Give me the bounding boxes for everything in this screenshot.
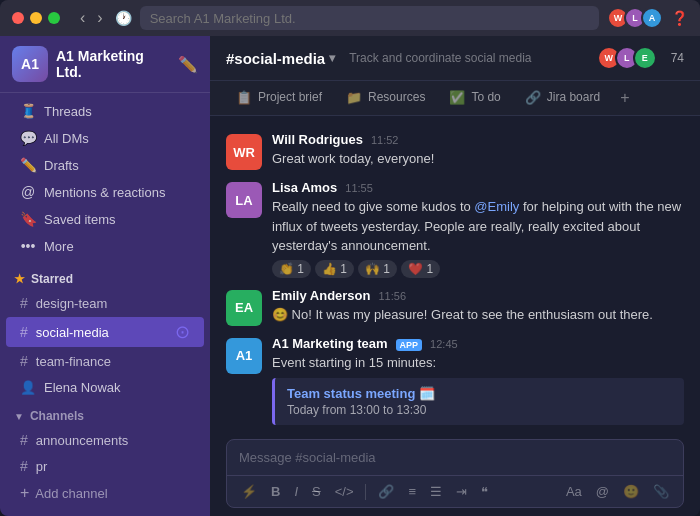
- sidebar-item-more[interactable]: ••• More: [6, 233, 204, 259]
- a1-author: A1 Marketing team: [272, 336, 388, 351]
- minimize-button[interactable]: [30, 12, 42, 24]
- tab-todo[interactable]: ✅ To do: [439, 82, 510, 115]
- close-button[interactable]: [12, 12, 24, 24]
- bold-button[interactable]: B: [267, 482, 284, 501]
- blockquote-button[interactable]: ❝: [477, 482, 492, 501]
- chat-tabs: 📋 Project brief 📁 Resources ✅ To do 🔗 Ji…: [210, 81, 700, 116]
- elena-name-label: Elena Nowak: [44, 380, 121, 395]
- channel-name: #social-media: [226, 50, 325, 67]
- emily-msg-avatar: EA: [226, 290, 262, 326]
- channel-announcements[interactable]: # announcements: [6, 428, 204, 452]
- message-will: WR Will Rodrigues 11:52 Great work today…: [226, 128, 684, 174]
- channel-description: Track and coordinate social media: [349, 51, 531, 65]
- tab-todo-label: To do: [471, 90, 500, 104]
- channel-pr-label: pr: [36, 459, 48, 474]
- attachment-button[interactable]: 📎: [649, 482, 673, 501]
- workspace-name: A1 Marketing Ltd.: [56, 48, 170, 80]
- sidebar-item-saved[interactable]: 🔖 Saved items: [6, 206, 204, 232]
- help-button[interactable]: ❓: [671, 10, 688, 26]
- channel-design-team[interactable]: # design-team: [6, 291, 204, 315]
- will-time: 11:52: [371, 134, 399, 146]
- nav-section: 🧵 Threads 💬 All DMs ✏️ Drafts @ Mentions…: [0, 93, 210, 264]
- main-layout: A1 A1 Marketing Ltd. ✏️ 🧵 Threads 💬 All …: [0, 36, 700, 516]
- unordered-list-button[interactable]: ☰: [426, 482, 446, 501]
- reaction-heart[interactable]: ❤️ 1: [401, 260, 440, 278]
- avatar-3: A: [641, 7, 663, 29]
- sidebar-item-threads[interactable]: 🧵 Threads: [6, 98, 204, 124]
- indent-button[interactable]: ⇥: [452, 482, 471, 501]
- channel-team-finance[interactable]: # team-finance: [6, 349, 204, 373]
- channel-pr[interactable]: # pr: [6, 454, 204, 478]
- toolbar-divider-1: [365, 484, 366, 500]
- messages-list: WR Will Rodrigues 11:52 Great work today…: [210, 116, 700, 429]
- todo-icon: ✅: [449, 90, 465, 105]
- at-mention-button[interactable]: @: [592, 482, 613, 501]
- italic-button[interactable]: I: [290, 482, 302, 501]
- code-button[interactable]: </>: [331, 482, 358, 501]
- emily-author: Emily Anderson: [272, 288, 370, 303]
- sidebar-item-all-dms[interactable]: 💬 All DMs: [6, 125, 204, 151]
- tab-project-brief[interactable]: 📋 Project brief: [226, 82, 332, 115]
- sidebar-item-more-label: More: [44, 239, 74, 254]
- a1-msg-header: A1 Marketing team APP 12:45: [272, 336, 684, 351]
- message-input-box: ⚡ B I S </> 🔗 ≡ ☰ ⇥ ❝ Aa @: [226, 439, 684, 508]
- nav-buttons: ‹ ›: [76, 7, 107, 29]
- channel-announcements-label: announcements: [36, 433, 129, 448]
- sidebar-item-mentions-label: Mentions & reactions: [44, 185, 165, 200]
- channel-social-media[interactable]: # social-media ⊙: [6, 317, 204, 347]
- saved-icon: 🔖: [20, 211, 36, 227]
- dm-elena-nowak[interactable]: 👤 Elena Nowak: [6, 375, 204, 400]
- dm-section-header[interactable]: ▼ Direct messages: [0, 507, 210, 516]
- window-controls[interactable]: [12, 12, 60, 24]
- titlebar-right: W L A ❓: [607, 7, 688, 29]
- forward-button[interactable]: ›: [93, 7, 106, 29]
- emily-msg-header: Emily Anderson 11:56: [272, 288, 684, 303]
- channels-section-label: Channels: [30, 409, 84, 423]
- hash-icon: #: [20, 458, 28, 474]
- will-msg-content: Will Rodrigues 11:52 Great work today, e…: [272, 132, 684, 170]
- link-button[interactable]: 🔗: [374, 482, 398, 501]
- reaction-raised-hands[interactable]: 🙌 1: [358, 260, 397, 278]
- lisa-msg-avatar: LA: [226, 182, 262, 218]
- plus-icon: +: [20, 484, 29, 502]
- member-avatars[interactable]: W L E: [597, 46, 657, 70]
- emily-time: 11:56: [378, 290, 406, 302]
- chevron-down-icon[interactable]: ▾: [329, 51, 335, 65]
- message-input[interactable]: [227, 440, 683, 475]
- user-avatars: W L A: [607, 7, 663, 29]
- sidebar-item-threads-label: Threads: [44, 104, 92, 119]
- channels-section-header[interactable]: ▼ Channels: [0, 401, 210, 427]
- drafts-icon: ✏️: [20, 157, 36, 173]
- workspace-header[interactable]: A1 A1 Marketing Ltd. ✏️: [0, 36, 210, 93]
- add-channel-label: Add channel: [35, 486, 107, 501]
- sidebar-item-drafts[interactable]: ✏️ Drafts: [6, 152, 204, 178]
- will-author: Will Rodrigues: [272, 132, 363, 147]
- chat-header: #social-media ▾ Track and coordinate soc…: [210, 36, 700, 81]
- workspace-logo: A1: [12, 46, 48, 82]
- add-tab-button[interactable]: +: [614, 81, 635, 115]
- tab-resources[interactable]: 📁 Resources: [336, 82, 435, 115]
- text-format-button[interactable]: Aa: [562, 482, 586, 501]
- reaction-clap[interactable]: 👏 1: [272, 260, 311, 278]
- reaction-thumbs[interactable]: 👍 1: [315, 260, 354, 278]
- emily-mention: @Emily: [474, 199, 519, 214]
- workspace-edit-button[interactable]: ✏️: [178, 55, 198, 74]
- ordered-list-button[interactable]: ≡: [404, 482, 420, 501]
- lisa-reactions[interactable]: 👏 1 👍 1 🙌 1 ❤️ 1: [272, 260, 684, 278]
- star-icon: ★: [14, 272, 25, 286]
- maximize-button[interactable]: [48, 12, 60, 24]
- back-button[interactable]: ‹: [76, 7, 89, 29]
- emily-text: 😊 No! It was my pleasure! Great to see t…: [272, 305, 684, 325]
- add-channel-button[interactable]: + Add channel: [6, 480, 204, 506]
- history-button[interactable]: 🕐: [115, 10, 132, 26]
- member-count[interactable]: 74: [671, 51, 684, 65]
- search-input[interactable]: [140, 6, 599, 30]
- strikethrough-button[interactable]: S: [308, 482, 325, 501]
- sidebar-item-mentions[interactable]: @ Mentions & reactions: [6, 179, 204, 205]
- tab-jira-board[interactable]: 🔗 Jira board: [515, 82, 610, 115]
- lisa-author: Lisa Amos: [272, 180, 337, 195]
- lightning-button[interactable]: ⚡: [237, 482, 261, 501]
- channel-team-finance-label: team-finance: [36, 354, 111, 369]
- emoji-button[interactable]: 🙂: [619, 482, 643, 501]
- chat-header-right: W L E 74: [597, 46, 684, 70]
